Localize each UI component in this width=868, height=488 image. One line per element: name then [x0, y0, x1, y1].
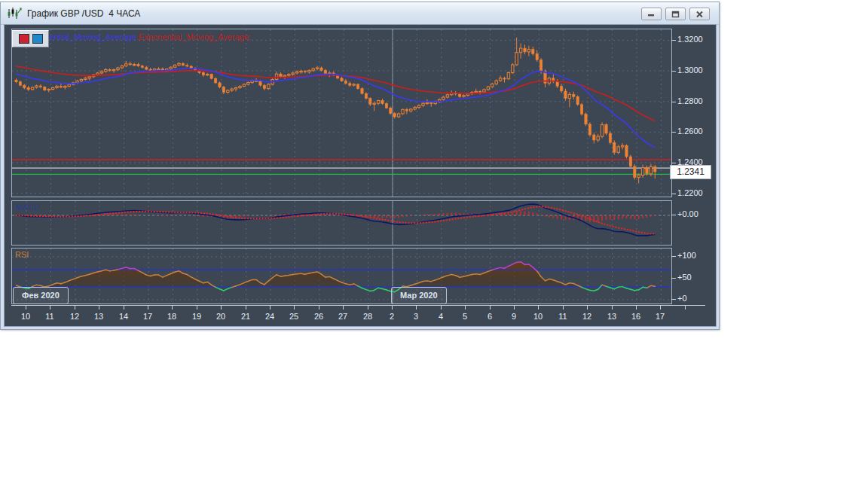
maximize-button[interactable] — [665, 8, 686, 20]
time-axis-tick — [465, 306, 466, 310]
ema-slow-legend-label: .Exponential_Moving_Average; — [136, 32, 251, 41]
time-axis-label: 20 — [211, 312, 231, 321]
close-button[interactable] — [689, 8, 710, 20]
price-axis-label: 1.2200 — [677, 188, 703, 197]
time-axis-tick — [319, 306, 319, 310]
time-axis-tick — [343, 306, 344, 310]
month-label-feb: Фев 2020 — [13, 287, 69, 304]
time-axis-label: 12 — [65, 312, 84, 321]
time-axis-tick — [490, 306, 491, 310]
time-axis-label: 13 — [89, 312, 108, 321]
ema-legend: ential_Moving_Average.Exponential_Moving… — [50, 32, 251, 41]
time-axis-label: 11 — [553, 312, 573, 321]
time-axis-tick — [197, 306, 197, 310]
time-axis-label: 28 — [358, 312, 377, 321]
restore-icon — [671, 11, 680, 18]
time-axis-tick — [99, 306, 99, 310]
time-axis-label: 2 — [382, 312, 402, 321]
legend-swatch-blue[interactable] — [32, 34, 43, 44]
time-axis-label: 25 — [284, 312, 304, 321]
price-axis-tick — [671, 132, 676, 133]
time-axis-label: 27 — [333, 312, 353, 321]
indicator-axis-label: +50 — [677, 273, 692, 282]
time-axis-label: 17 — [138, 312, 157, 321]
time-axis-tick — [75, 306, 75, 310]
time-axis-tick — [294, 306, 295, 310]
time-axis-tick — [124, 306, 124, 310]
time-axis-tick — [270, 306, 270, 310]
rsi-panel[interactable]: RSI — [11, 248, 672, 304]
time-axis-label: 19 — [187, 312, 206, 321]
price-axis-label: 1.3000 — [677, 66, 703, 75]
time-axis-label: 9 — [504, 312, 524, 321]
time-axis-label: 10 — [528, 312, 548, 321]
window-titlebar[interactable]: График GBP /USD 4 ЧАСА — [1, 2, 719, 25]
time-axis-tick — [246, 306, 246, 310]
time-axis-tick — [685, 306, 686, 310]
price-chart-svg[interactable] — [12, 29, 671, 197]
close-icon — [695, 11, 704, 18]
rsi-label: RSI — [15, 250, 29, 259]
time-axis-label: 13 — [602, 312, 622, 321]
time-axis-label: 24 — [260, 312, 280, 321]
legend-swatches[interactable] — [12, 30, 49, 47]
price-axis-label: 1.3200 — [677, 35, 703, 44]
time-axis-label: 18 — [162, 312, 182, 321]
price-panel[interactable]: ential_Moving_Average.Exponential_Moving… — [11, 29, 672, 197]
time-axis-tick — [50, 306, 50, 310]
time-axis-label: 14 — [114, 312, 133, 321]
indicator-axis-label: +100 — [677, 251, 696, 260]
indicator-axis-label: +0 — [677, 294, 687, 303]
window-title: График GBP /USD 4 ЧАСА — [27, 8, 140, 19]
time-axis-tick — [612, 306, 613, 310]
indicator-axis-tick — [671, 256, 676, 257]
time-axis-tick — [416, 306, 417, 310]
price-axis-label: 1.2800 — [677, 96, 703, 105]
time-axis-label: 16 — [626, 312, 646, 321]
time-axis-tick — [392, 306, 393, 310]
time-axis-tick — [368, 306, 368, 310]
time-axis-tick — [563, 306, 564, 310]
time-axis-label: 12 — [577, 312, 597, 321]
time-axis-tick — [441, 306, 442, 310]
time-axis-tick — [514, 306, 515, 310]
price-axis-label: 1.2600 — [677, 127, 703, 136]
time-axis-label: 10 — [16, 312, 35, 321]
minimize-icon — [647, 11, 656, 17]
time-axis-label: 5 — [455, 312, 475, 321]
indicator-axis-tick — [671, 215, 676, 215]
time-axis-tick — [148, 306, 148, 310]
macd-label: MACD — [15, 203, 39, 212]
time-axis-tick — [26, 306, 26, 310]
time-axis-tick — [636, 306, 637, 310]
indicator-axis-label: +0.00 — [677, 209, 698, 218]
ema-fast-legend-label: ential_Moving_Average — [50, 32, 136, 41]
price-axis-tick — [671, 194, 676, 194]
time-axis-tick — [221, 306, 222, 310]
app-icon — [7, 7, 22, 20]
time-axis-label: 11 — [40, 312, 60, 321]
month-label-mar: Мар 2020 — [391, 287, 447, 304]
time-axis-label: 6 — [480, 312, 500, 321]
minimize-button[interactable] — [641, 8, 662, 20]
time-axis-label: 4 — [431, 312, 451, 321]
time-axis-label: 17 — [650, 312, 670, 321]
time-axis-tick — [660, 306, 661, 310]
time-axis-label: 21 — [236, 312, 255, 321]
time-axis-line — [11, 305, 705, 306]
price-axis-tick — [671, 40, 676, 41]
time-axis-label: 26 — [309, 312, 329, 321]
macd-chart-svg[interactable] — [12, 201, 671, 245]
macd-panel[interactable]: MACD — [11, 200, 672, 246]
chart-client-area: ential_Moving_Average.Exponential_Moving… — [4, 24, 717, 327]
legend-swatch-red[interactable] — [19, 34, 29, 44]
time-axis-tick — [587, 306, 588, 310]
time-axis-tick — [172, 306, 173, 310]
indicator-axis-tick — [671, 299, 676, 300]
time-axis-tick — [538, 306, 539, 310]
last-price-tag: 1.2341 — [670, 165, 711, 179]
indicator-axis-tick — [671, 278, 676, 279]
price-axis-tick — [671, 163, 676, 163]
rsi-chart-svg[interactable] — [12, 249, 671, 303]
time-axis-label: 3 — [406, 312, 426, 321]
